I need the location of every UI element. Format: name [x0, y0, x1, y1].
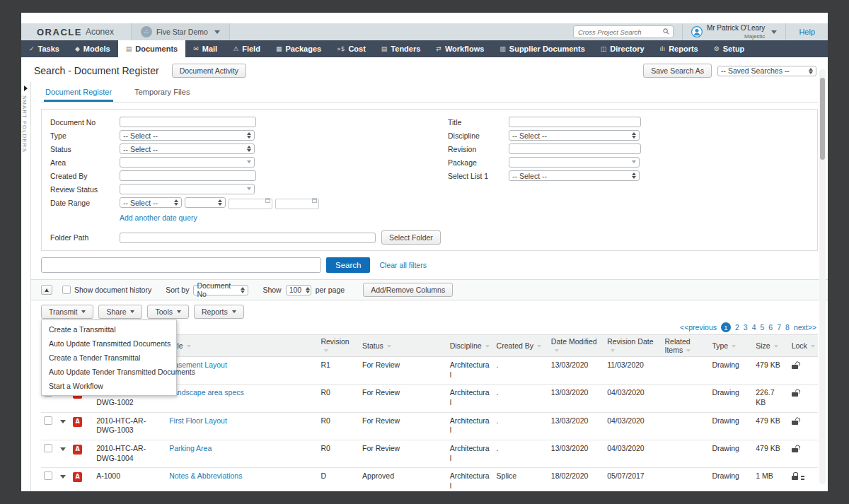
- help-link[interactable]: Help: [785, 23, 828, 40]
- row-expander-icon[interactable]: [60, 447, 66, 451]
- col-status[interactable]: Status: [359, 335, 447, 357]
- nav-item-workflows[interactable]: ⇄Workflows: [428, 40, 492, 57]
- menu-item-auto-update-transmitted[interactable]: Auto Update Transmitted Documents: [42, 336, 176, 351]
- col-revision[interactable]: Revision: [318, 335, 359, 357]
- scrollbar-thumb[interactable]: [820, 78, 825, 160]
- select-list-1-select[interactable]: -- Select --: [509, 170, 640, 181]
- pagination-page-2[interactable]: 2: [735, 323, 739, 332]
- nav-item-setup[interactable]: ⚙Setup: [706, 40, 753, 57]
- nav-item-tenders[interactable]: ▤Tenders: [374, 40, 429, 57]
- col-related-items[interactable]: Related Items: [662, 335, 709, 357]
- smart-folders-rail[interactable]: SMART FOLDERS: [21, 82, 31, 491]
- col-date-modified[interactable]: Date Modified: [548, 335, 604, 357]
- nav-item-mail[interactable]: ✉Mail: [185, 40, 225, 57]
- pagination-page-4[interactable]: 4: [752, 323, 756, 332]
- pagination-page-7[interactable]: 7: [777, 323, 781, 332]
- nav-item-field[interactable]: ⚠Field: [225, 40, 268, 57]
- page-size-select[interactable]: 100: [286, 285, 311, 295]
- col-title[interactable]: Title: [166, 335, 318, 357]
- date-range-operator-select[interactable]: [185, 197, 226, 208]
- add-date-query-link[interactable]: Add another date query: [120, 213, 197, 222]
- reports-button[interactable]: Reports: [194, 305, 244, 319]
- status-select[interactable]: -- Select --: [120, 143, 255, 154]
- select-folder-button[interactable]: Select Folder: [381, 230, 441, 245]
- type-select[interactable]: -- Select --: [120, 130, 255, 141]
- doc-title-link[interactable]: Parking Area: [169, 444, 212, 452]
- collapse-search-button[interactable]: [41, 285, 52, 295]
- pagination-page-1[interactable]: 1: [721, 322, 731, 332]
- discipline-select[interactable]: -- Select --: [509, 130, 640, 141]
- lock-icon[interactable]: [792, 472, 803, 481]
- row-expander-icon[interactable]: [60, 475, 66, 479]
- pagination-page-5[interactable]: 5: [761, 323, 765, 332]
- nav-item-reports[interactable]: ılıReports: [652, 40, 706, 57]
- tools-button[interactable]: Tools: [147, 305, 189, 319]
- project-selector[interactable]: ∴ Five Star Demo: [131, 23, 230, 40]
- sort-by-select[interactable]: Document No: [193, 285, 248, 295]
- tab-temporary-files[interactable]: Temporary Files: [133, 88, 191, 102]
- area-combobox[interactable]: [120, 157, 255, 168]
- search-icon[interactable]: [663, 28, 669, 36]
- nav-item-documents[interactable]: ▤Documents: [118, 40, 185, 57]
- nav-item-supplier-documents[interactable]: ▥Supplier Documents: [492, 40, 592, 57]
- menu-item-auto-update-tender-transmitted[interactable]: Auto Update Tender Transmitted Documents: [42, 365, 176, 379]
- nav-item-tasks[interactable]: ✓Tasks: [21, 40, 67, 57]
- pagination-page-8[interactable]: 8: [785, 323, 790, 332]
- unlock-icon[interactable]: [792, 361, 803, 370]
- row-checkbox[interactable]: [44, 416, 52, 425]
- doc-title-link[interactable]: Landscape area specs: [169, 388, 244, 397]
- clear-all-filters-link[interactable]: Clear all filters: [379, 261, 427, 269]
- transmit-button[interactable]: Transmit: [41, 305, 93, 319]
- row-checkbox[interactable]: [44, 471, 52, 480]
- revision-input[interactable]: [509, 143, 641, 154]
- pagination-page-3[interactable]: 3: [744, 323, 748, 332]
- share-button[interactable]: Share: [98, 305, 142, 319]
- doc-title-link[interactable]: First Floor Layout: [169, 416, 227, 425]
- document-no-input[interactable]: [120, 117, 256, 127]
- folder-path-input[interactable]: [120, 233, 376, 243]
- user-menu[interactable]: Mr Patrick O'Leary Majestic: [682, 23, 785, 40]
- cross-project-search-input[interactable]: [573, 25, 674, 38]
- unlock-icon[interactable]: [792, 389, 803, 398]
- col-revision-date[interactable]: Revision Date: [604, 335, 662, 357]
- created-by-input[interactable]: [120, 170, 256, 181]
- menu-item-create-tender-transmittal[interactable]: Create a Tender Transmittal: [42, 351, 176, 365]
- row-checkbox[interactable]: [44, 444, 52, 452]
- nav-item-packages[interactable]: ▦Packages: [268, 40, 329, 57]
- nav-item-directory[interactable]: ◫Directory: [593, 40, 652, 57]
- date-range-type-select[interactable]: -- Select --: [120, 197, 182, 208]
- review-status-combobox[interactable]: [120, 184, 255, 194]
- envelope-icon: ✉: [193, 45, 199, 52]
- save-search-as-button[interactable]: Save Search As: [643, 64, 712, 78]
- pagination-page-6[interactable]: 6: [768, 323, 773, 332]
- search-button[interactable]: Search: [326, 257, 370, 273]
- tab-document-register[interactable]: Document Register: [44, 88, 113, 102]
- show-history-checkbox[interactable]: [62, 286, 71, 294]
- col-size[interactable]: Size: [753, 335, 788, 357]
- menu-item-create-transmittal[interactable]: Create a Transmittal: [42, 322, 176, 336]
- saved-searches-select[interactable]: -- Saved Searches --: [717, 66, 816, 76]
- pagination-next[interactable]: next>>: [794, 323, 816, 332]
- title-input[interactable]: [509, 117, 641, 127]
- col-discipline[interactable]: Discipline: [447, 335, 494, 357]
- discipline-label: Discipline: [448, 131, 509, 140]
- expand-rail-icon[interactable]: [24, 86, 28, 91]
- keyword-search-input[interactable]: [41, 257, 321, 273]
- doc-title-link[interactable]: Notes & Abbreviations: [169, 471, 242, 480]
- unlock-icon[interactable]: [792, 417, 803, 426]
- nav-item-models[interactable]: ◆Models: [67, 40, 118, 57]
- col-created-by[interactable]: Created By: [494, 335, 548, 357]
- vertical-scrollbar[interactable]: [819, 69, 826, 484]
- pagination-previous[interactable]: <<previous: [680, 323, 717, 332]
- calendar-icon[interactable]: [265, 198, 270, 203]
- calendar-icon[interactable]: [312, 198, 317, 203]
- col-lock[interactable]: Lock: [789, 335, 818, 357]
- menu-item-start-workflow[interactable]: Start a Workflow: [42, 379, 176, 393]
- document-activity-button[interactable]: Document Activity: [172, 64, 246, 78]
- unlock-icon[interactable]: [792, 445, 803, 454]
- package-combobox[interactable]: [509, 157, 640, 168]
- nav-item-cost[interactable]: »$Cost: [329, 40, 374, 57]
- add-remove-columns-button[interactable]: Add/Remove Columns: [363, 283, 453, 297]
- row-expander-icon[interactable]: [60, 420, 66, 423]
- col-type[interactable]: Type: [709, 335, 753, 357]
